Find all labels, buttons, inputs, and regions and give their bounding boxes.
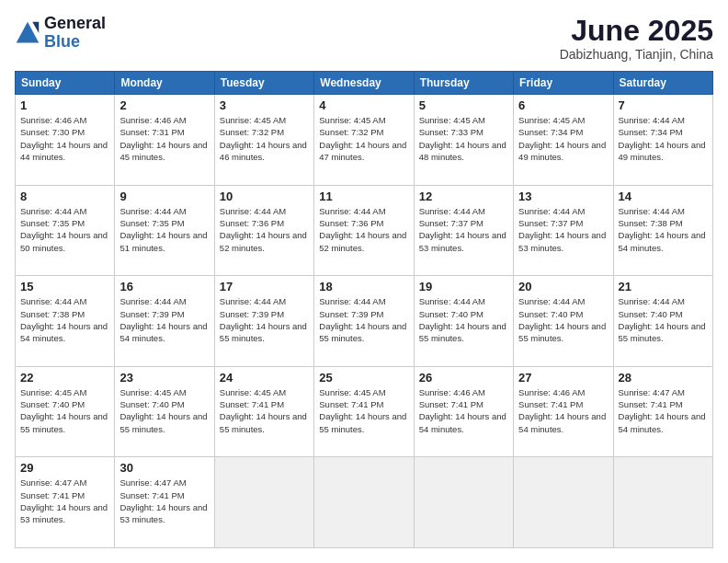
- table-row: 8 Sunrise: 4:44 AMSunset: 7:35 PMDayligh…: [16, 185, 115, 276]
- title-block: June 2025 Dabizhuang, Tianjin, China: [560, 15, 713, 62]
- table-row: 16 Sunrise: 4:44 AMSunset: 7:39 PMDaylig…: [115, 276, 214, 367]
- table-row: 24 Sunrise: 4:45 AMSunset: 7:41 PMDaylig…: [214, 366, 313, 457]
- day-info: Sunrise: 4:44 AMSunset: 7:35 PMDaylight:…: [119, 205, 209, 254]
- table-row: 10 Sunrise: 4:44 AMSunset: 7:36 PMDaylig…: [214, 185, 313, 276]
- day-info: Sunrise: 4:44 AMSunset: 7:40 PMDaylight:…: [518, 295, 608, 344]
- table-row: [613, 457, 712, 548]
- day-info: Sunrise: 4:45 AMSunset: 7:34 PMDaylight:…: [518, 114, 608, 163]
- day-number: 23: [119, 371, 209, 385]
- table-row: 13 Sunrise: 4:44 AMSunset: 7:37 PMDaylig…: [514, 185, 613, 276]
- table-row: 15 Sunrise: 4:44 AMSunset: 7:38 PMDaylig…: [16, 276, 115, 367]
- day-info: Sunrise: 4:46 AMSunset: 7:31 PMDaylight:…: [119, 114, 209, 163]
- table-row: 29 Sunrise: 4:47 AMSunset: 7:41 PMDaylig…: [16, 457, 115, 548]
- day-info: Sunrise: 4:44 AMSunset: 7:39 PMDaylight:…: [119, 295, 209, 344]
- table-row: 28 Sunrise: 4:47 AMSunset: 7:41 PMDaylig…: [613, 366, 712, 457]
- table-row: [314, 457, 414, 548]
- logo: General Blue: [15, 15, 106, 52]
- table-row: 20 Sunrise: 4:44 AMSunset: 7:40 PMDaylig…: [514, 276, 613, 367]
- table-row: [414, 457, 513, 548]
- table-row: [514, 457, 613, 548]
- table-row: 25 Sunrise: 4:45 AMSunset: 7:41 PMDaylig…: [314, 366, 414, 457]
- header-monday: Monday: [115, 72, 214, 95]
- day-number: 24: [220, 371, 309, 385]
- day-number: 2: [119, 98, 209, 112]
- day-number: 19: [419, 280, 508, 293]
- table-row: 26 Sunrise: 4:46 AMSunset: 7:41 PMDaylig…: [414, 366, 513, 457]
- table-row: 14 Sunrise: 4:44 AMSunset: 7:38 PMDaylig…: [613, 185, 712, 276]
- table-row: 18 Sunrise: 4:44 AMSunset: 7:39 PMDaylig…: [314, 276, 414, 367]
- title-location: Dabizhuang, Tianjin, China: [560, 47, 713, 62]
- day-info: Sunrise: 4:44 AMSunset: 7:34 PMDaylight:…: [619, 114, 708, 163]
- day-number: 3: [220, 98, 309, 112]
- day-number: 18: [319, 280, 408, 293]
- day-info: Sunrise: 4:44 AMSunset: 7:39 PMDaylight:…: [220, 295, 309, 344]
- day-number: 5: [419, 98, 508, 112]
- day-number: 13: [518, 190, 608, 203]
- day-info: Sunrise: 4:45 AMSunset: 7:32 PMDaylight:…: [220, 114, 309, 163]
- logo-blue-text: Blue: [44, 33, 106, 52]
- day-number: 10: [220, 190, 309, 203]
- day-number: 7: [619, 98, 708, 112]
- logo-icon: [15, 20, 40, 46]
- table-row: 22 Sunrise: 4:45 AMSunset: 7:40 PMDaylig…: [16, 366, 115, 457]
- day-number: 16: [119, 280, 209, 293]
- table-row: 12 Sunrise: 4:44 AMSunset: 7:37 PMDaylig…: [414, 185, 513, 276]
- day-number: 28: [619, 371, 708, 385]
- day-info: Sunrise: 4:45 AMSunset: 7:41 PMDaylight:…: [319, 386, 408, 435]
- day-info: Sunrise: 4:44 AMSunset: 7:36 PMDaylight:…: [319, 205, 408, 254]
- day-info: Sunrise: 4:47 AMSunset: 7:41 PMDaylight:…: [619, 386, 708, 435]
- table-row: 27 Sunrise: 4:46 AMSunset: 7:41 PMDaylig…: [514, 366, 613, 457]
- day-number: 12: [419, 190, 508, 203]
- day-number: 11: [319, 190, 408, 203]
- day-info: Sunrise: 4:46 AMSunset: 7:30 PMDaylight:…: [20, 114, 109, 163]
- table-row: 21 Sunrise: 4:44 AMSunset: 7:40 PMDaylig…: [613, 276, 712, 367]
- day-info: Sunrise: 4:44 AMSunset: 7:39 PMDaylight:…: [319, 295, 408, 344]
- day-number: 30: [119, 461, 209, 475]
- day-number: 9: [119, 190, 209, 203]
- table-row: 17 Sunrise: 4:44 AMSunset: 7:39 PMDaylig…: [214, 276, 313, 367]
- day-info: Sunrise: 4:45 AMSunset: 7:33 PMDaylight:…: [419, 114, 508, 163]
- header-saturday: Saturday: [613, 72, 712, 95]
- table-row: 30 Sunrise: 4:47 AMSunset: 7:41 PMDaylig…: [115, 457, 214, 548]
- table-row: 3 Sunrise: 4:45 AMSunset: 7:32 PMDayligh…: [214, 95, 313, 186]
- day-number: 4: [319, 98, 408, 112]
- table-row: 2 Sunrise: 4:46 AMSunset: 7:31 PMDayligh…: [115, 95, 214, 186]
- logo-general: General: [44, 14, 106, 32]
- day-number: 27: [518, 371, 608, 385]
- header: General Blue June 2025 Dabizhuang, Tianj…: [15, 15, 713, 62]
- day-info: Sunrise: 4:44 AMSunset: 7:35 PMDaylight:…: [20, 205, 109, 254]
- table-row: 9 Sunrise: 4:44 AMSunset: 7:35 PMDayligh…: [115, 185, 214, 276]
- table-row: 4 Sunrise: 4:45 AMSunset: 7:32 PMDayligh…: [314, 95, 414, 186]
- day-number: 14: [619, 190, 708, 203]
- day-info: Sunrise: 4:47 AMSunset: 7:41 PMDaylight:…: [119, 477, 209, 525]
- day-number: 21: [619, 280, 708, 293]
- table-row: 6 Sunrise: 4:45 AMSunset: 7:34 PMDayligh…: [514, 95, 613, 186]
- header-thursday: Thursday: [414, 72, 513, 95]
- header-row: Sunday Monday Tuesday Wednesday Thursday…: [16, 72, 713, 95]
- day-number: 15: [20, 280, 109, 293]
- header-wednesday: Wednesday: [314, 72, 414, 95]
- day-number: 8: [20, 190, 109, 203]
- header-friday: Friday: [514, 72, 613, 95]
- day-number: 6: [518, 98, 608, 112]
- header-sunday: Sunday: [16, 72, 115, 95]
- day-info: Sunrise: 4:44 AMSunset: 7:37 PMDaylight:…: [518, 205, 608, 254]
- day-info: Sunrise: 4:45 AMSunset: 7:32 PMDaylight:…: [319, 114, 408, 163]
- svg-marker-1: [32, 22, 39, 33]
- table-row: 11 Sunrise: 4:44 AMSunset: 7:36 PMDaylig…: [314, 185, 414, 276]
- day-number: 25: [319, 371, 408, 385]
- table-row: 23 Sunrise: 4:45 AMSunset: 7:40 PMDaylig…: [115, 366, 214, 457]
- day-info: Sunrise: 4:45 AMSunset: 7:40 PMDaylight:…: [119, 386, 209, 435]
- table-row: [214, 457, 313, 548]
- day-number: 20: [518, 280, 608, 293]
- page: General Blue June 2025 Dabizhuang, Tianj…: [0, 0, 728, 563]
- title-month: June 2025: [560, 15, 713, 47]
- day-info: Sunrise: 4:45 AMSunset: 7:41 PMDaylight:…: [220, 386, 309, 435]
- day-info: Sunrise: 4:45 AMSunset: 7:40 PMDaylight:…: [20, 386, 109, 435]
- logo-text: General Blue: [44, 15, 106, 52]
- day-info: Sunrise: 4:44 AMSunset: 7:38 PMDaylight:…: [619, 205, 708, 254]
- header-tuesday: Tuesday: [214, 72, 313, 95]
- day-info: Sunrise: 4:47 AMSunset: 7:41 PMDaylight:…: [20, 477, 109, 525]
- day-number: 1: [20, 98, 109, 112]
- table-row: 7 Sunrise: 4:44 AMSunset: 7:34 PMDayligh…: [613, 95, 712, 186]
